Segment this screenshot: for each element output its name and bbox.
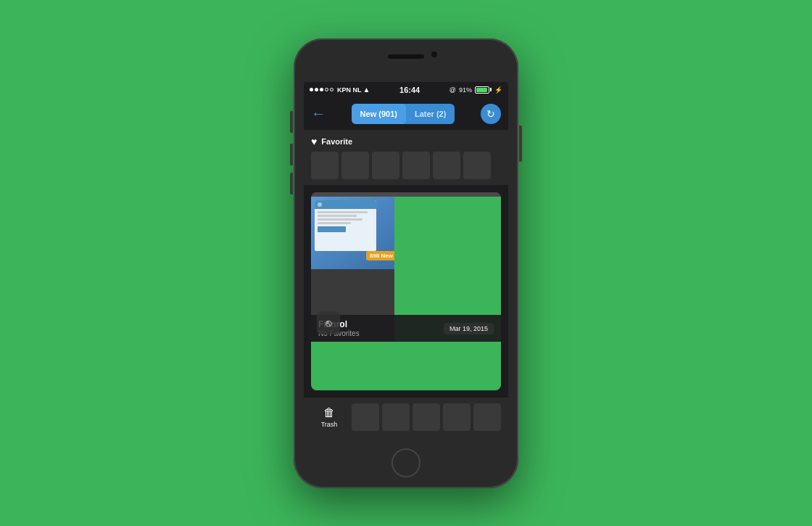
status-bar: KPN NL ▲ 16:44 @ 91% ⚡: [304, 82, 508, 98]
mini-line-2: [318, 215, 357, 217]
trash-label: Trash: [321, 421, 338, 428]
battery-indicator: [475, 86, 492, 94]
album-left-thumbnail: 898 New: [311, 197, 398, 269]
status-right: @ 91% ⚡: [450, 86, 502, 94]
share-button[interactable]: ⎋: [317, 311, 340, 334]
at-sign: @: [450, 86, 456, 94]
trash-toolbar-item[interactable]: 🗑 Trash: [311, 406, 347, 428]
home-button[interactable]: [392, 448, 420, 477]
segment-new-button[interactable]: New (901): [352, 104, 406, 124]
album-mini-screenshot: [315, 200, 376, 251]
toolbar-thumb-2[interactable]: [382, 403, 410, 431]
refresh-icon: ↻: [486, 108, 495, 120]
signal-dot-1: [310, 88, 313, 91]
album-green-extension: [311, 342, 501, 390]
mini-line-3: [318, 218, 362, 221]
battery-cap: [490, 88, 492, 91]
favorite-label: Favorite: [321, 137, 352, 146]
share-icon: ⎋: [326, 317, 331, 329]
mini-line-4: [318, 222, 351, 224]
toolbar-thumb-4[interactable]: [443, 403, 471, 431]
favorite-label-row: ♥ Favorite: [311, 136, 501, 147]
phone-camera: [431, 52, 437, 57]
mini-icon-row: [318, 226, 346, 232]
volume-down-button[interactable]: [290, 173, 293, 194]
toolbar-thumb-1[interactable]: [352, 403, 379, 431]
toolbar-thumbnails: [347, 403, 501, 431]
bottom-toolbar: 🗑 Trash: [304, 398, 508, 437]
mini-content: [315, 209, 376, 234]
date-badge: Mar 19, 2015: [444, 323, 494, 334]
toolbar-thumb-3[interactable]: [413, 403, 440, 431]
signal-dot-2: [315, 88, 318, 91]
wifi-icon: ▲: [363, 86, 370, 94]
fav-thumb-4[interactable]: [402, 152, 430, 179]
mini-header: [315, 200, 376, 209]
signal-dot-3: [320, 88, 323, 91]
battery-percent: 91%: [459, 86, 472, 94]
phone-speaker: [388, 54, 424, 59]
phone-frame: KPN NL ▲ 16:44 @ 91% ⚡ ← New (901): [294, 38, 518, 488]
battery-body: [475, 86, 489, 94]
charging-icon: ⚡: [494, 86, 502, 94]
fav-thumb-1[interactable]: [311, 152, 339, 179]
volume-up-button[interactable]: [290, 144, 293, 165]
refresh-button[interactable]: ↻: [481, 104, 501, 124]
phone-screen: KPN NL ▲ 16:44 @ 91% ⚡ ← New (901): [304, 82, 508, 437]
signal-dot-5: [330, 88, 334, 91]
favorite-thumbnails: [311, 152, 501, 179]
mini-dot: [318, 202, 322, 207]
mini-line-1: [318, 211, 368, 213]
favorite-section: ♥ Favorite: [304, 130, 508, 185]
back-button[interactable]: ←: [311, 105, 326, 122]
status-left: KPN NL ▲: [310, 86, 370, 94]
new-badge: 898 New: [366, 251, 397, 260]
nav-bar: ← New (901) Later (2) ↻: [304, 98, 508, 130]
carrier-label: KPN NL: [337, 86, 362, 94]
status-time: 16:44: [399, 86, 420, 94]
heart-icon: ♥: [311, 136, 317, 147]
battery-fill: [476, 88, 487, 92]
segment-control: New (901) Later (2): [352, 104, 455, 124]
album-display: 898 New ⎋ Mar 19, 2015 Filmrol No: [311, 197, 501, 342]
trash-icon: 🗑: [323, 406, 335, 419]
album-card[interactable]: 898 New ⎋ Mar 19, 2015 Filmrol No: [311, 192, 501, 390]
fav-thumb-3[interactable]: [372, 152, 399, 179]
main-content: 898 New ⎋ Mar 19, 2015 Filmrol No: [304, 185, 508, 398]
fav-thumb-2[interactable]: [341, 152, 369, 179]
segment-later-button[interactable]: Later (2): [406, 104, 455, 124]
signal-indicator: [310, 88, 334, 91]
signal-dot-4: [325, 88, 328, 91]
toolbar-thumb-5[interactable]: [473, 403, 501, 431]
fav-thumb-6[interactable]: [463, 152, 491, 179]
fav-thumb-5[interactable]: [433, 152, 460, 179]
